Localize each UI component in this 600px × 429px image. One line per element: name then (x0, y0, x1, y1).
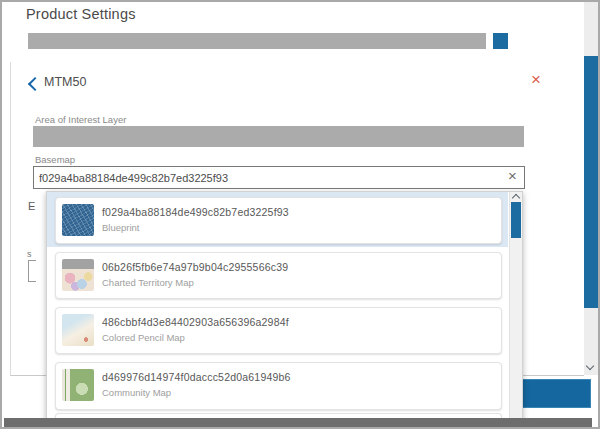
item-id: f029a4ba88184de499c82b7ed3225f93 (102, 206, 289, 218)
dropdown-item-community[interactable]: d469976d14974f0daccc52d0a61949b6 Communi… (55, 362, 502, 410)
obscured-label-fragment-s: s (27, 249, 32, 259)
back-label[interactable]: MTM50 (44, 75, 86, 89)
page-scrollbar[interactable] (584, 2, 598, 375)
blueprint-thumbnail (62, 204, 94, 236)
basemap-dropdown: f029a4ba88184de499c82b7ed3225f93 Bluepri… (46, 191, 523, 429)
dropdown-item-blueprint[interactable]: f029a4ba88184de499c82b7ed3225f93 Bluepri… (55, 197, 502, 244)
page-scroll-down-icon[interactable] (586, 362, 594, 370)
clear-input-icon[interactable]: × (508, 168, 517, 183)
dropdown-item-colored-pencil[interactable]: 486cbbf4d3e84402903a656396a2984f Colored… (55, 307, 502, 354)
basemap-input[interactable] (33, 166, 525, 189)
colored-pencil-thumbnail (62, 314, 94, 346)
scroll-up-icon[interactable] (512, 194, 520, 202)
page-scrollbar-thumb[interactable] (584, 56, 598, 308)
charted-territory-thumbnail (62, 259, 94, 291)
obscured-checkbox[interactable] (28, 260, 36, 282)
area-of-interest-label: Area of Interest Layer (35, 114, 126, 125)
redacted-field-bar[interactable] (28, 33, 486, 49)
item-id: 06b26f5fb6e74a97b9b04c2955566c39 (102, 261, 288, 273)
window-edge-bar (4, 418, 592, 428)
item-name: Charted Territory Map (102, 277, 194, 288)
dropdown-scrollbar[interactable] (509, 192, 522, 429)
community-thumbnail (62, 369, 94, 401)
blue-square-control[interactable] (493, 33, 508, 49)
dropdown-item-charted-territory[interactable]: 06b26f5fb6e74a97b9b04c2955566c39 Charted… (55, 252, 502, 299)
item-id: 486cbbf4d3e84402903a656396a2984f (102, 316, 289, 328)
dropdown-scrollbar-thumb[interactable] (511, 202, 521, 238)
item-name: Blueprint (102, 222, 140, 233)
item-id: d469976d14974f0daccc52d0a61949b6 (102, 371, 291, 383)
page-title: Product Settings (26, 6, 136, 22)
primary-action-button[interactable] (521, 379, 591, 408)
item-name: Colored Pencil Map (102, 332, 185, 343)
item-name: Community Map (102, 387, 171, 398)
obscured-label-fragment-e: E (28, 200, 35, 212)
close-icon[interactable]: × (531, 71, 541, 88)
basemap-label: Basemap (35, 154, 75, 165)
area-of-interest-field[interactable] (33, 126, 524, 147)
product-settings-window: Product Settings MTM50 × Area of Interes… (0, 0, 600, 429)
